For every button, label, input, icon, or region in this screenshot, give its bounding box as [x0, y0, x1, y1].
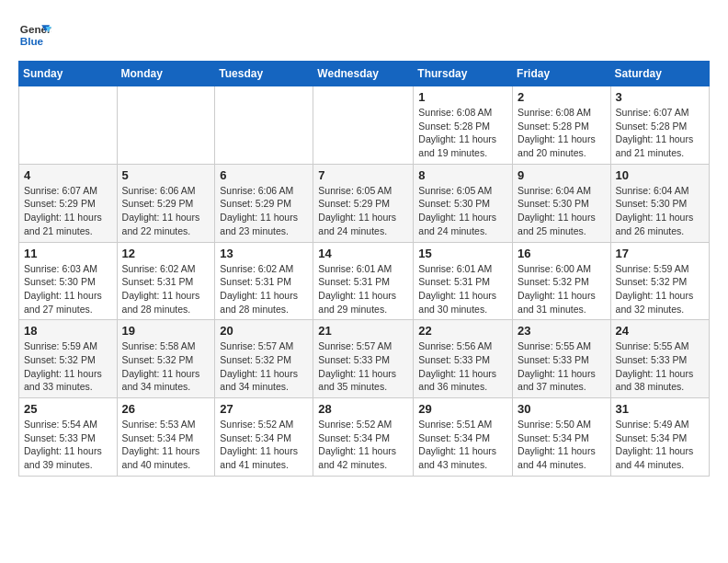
day-number: 17	[616, 247, 704, 260]
day-number: 31	[616, 402, 704, 416]
day-info: Sunrise: 6:01 AM Sunset: 5:31 PM Dayligh…	[318, 262, 408, 316]
day-info: Sunrise: 6:05 AM Sunset: 5:29 PM Dayligh…	[318, 184, 408, 238]
weekday-header-sunday: Sunday	[19, 62, 118, 86]
day-info: Sunrise: 6:06 AM Sunset: 5:29 PM Dayligh…	[122, 184, 210, 238]
calendar-cell: 9Sunrise: 6:04 AM Sunset: 5:30 PM Daylig…	[513, 164, 611, 242]
day-info: Sunrise: 5:56 AM Sunset: 5:33 PM Dayligh…	[418, 339, 507, 394]
day-number: 30	[518, 402, 606, 416]
day-number: 18	[24, 324, 112, 338]
calendar-cell: 14Sunrise: 6:01 AM Sunset: 5:31 PM Dayli…	[313, 242, 414, 320]
calendar-cell: 2Sunrise: 6:08 AM Sunset: 5:28 PM Daylig…	[513, 86, 611, 165]
svg-text:Blue: Blue	[20, 35, 44, 47]
day-number: 19	[122, 324, 210, 338]
day-number: 7	[318, 168, 408, 182]
day-info: Sunrise: 6:04 AM Sunset: 5:30 PM Dayligh…	[518, 184, 606, 238]
day-info: Sunrise: 5:59 AM Sunset: 5:32 PM Dayligh…	[616, 262, 704, 316]
day-number: 23	[518, 324, 606, 338]
day-info: Sunrise: 6:08 AM Sunset: 5:28 PM Dayligh…	[518, 106, 606, 160]
day-info: Sunrise: 5:59 AM Sunset: 5:32 PM Dayligh…	[24, 339, 112, 394]
day-info: Sunrise: 6:06 AM Sunset: 5:29 PM Dayligh…	[220, 184, 308, 238]
day-info: Sunrise: 5:49 AM Sunset: 5:34 PM Dayligh…	[616, 418, 704, 472]
day-info: Sunrise: 5:55 AM Sunset: 5:33 PM Dayligh…	[518, 339, 606, 394]
weekday-header-friday: Friday	[513, 62, 611, 86]
calendar-cell: 8Sunrise: 6:05 AM Sunset: 5:30 PM Daylig…	[414, 164, 513, 242]
calendar-week-4: 18Sunrise: 5:59 AM Sunset: 5:32 PM Dayli…	[19, 320, 710, 398]
day-info: Sunrise: 6:04 AM Sunset: 5:30 PM Dayligh…	[616, 184, 704, 238]
weekday-header-thursday: Thursday	[414, 62, 513, 86]
day-info: Sunrise: 6:07 AM Sunset: 5:29 PM Dayligh…	[24, 184, 112, 238]
day-number: 12	[122, 247, 210, 260]
calendar-cell: 12Sunrise: 6:02 AM Sunset: 5:31 PM Dayli…	[117, 242, 215, 320]
calendar-cell: 24Sunrise: 5:55 AM Sunset: 5:33 PM Dayli…	[610, 320, 709, 398]
day-info: Sunrise: 5:52 AM Sunset: 5:34 PM Dayligh…	[220, 418, 308, 472]
calendar-cell: 20Sunrise: 5:57 AM Sunset: 5:32 PM Dayli…	[215, 320, 313, 398]
calendar-cell: 19Sunrise: 5:58 AM Sunset: 5:32 PM Dayli…	[117, 320, 215, 398]
calendar-cell: 29Sunrise: 5:51 AM Sunset: 5:34 PM Dayli…	[414, 398, 513, 477]
day-number: 14	[318, 247, 408, 260]
day-info: Sunrise: 5:57 AM Sunset: 5:33 PM Dayligh…	[318, 339, 408, 394]
day-number: 15	[418, 247, 507, 260]
calendar-cell	[19, 86, 118, 165]
page-header: General Blue	[18, 18, 710, 52]
day-info: Sunrise: 5:52 AM Sunset: 5:34 PM Dayligh…	[318, 418, 408, 472]
calendar-cell: 30Sunrise: 5:50 AM Sunset: 5:34 PM Dayli…	[513, 398, 611, 477]
day-number: 27	[220, 402, 308, 416]
weekday-header-monday: Monday	[117, 62, 215, 86]
day-info: Sunrise: 6:00 AM Sunset: 5:32 PM Dayligh…	[518, 262, 606, 316]
day-number: 16	[518, 247, 606, 260]
day-info: Sunrise: 6:02 AM Sunset: 5:31 PM Dayligh…	[122, 262, 210, 316]
day-number: 8	[418, 168, 507, 182]
day-number: 26	[122, 402, 210, 416]
day-number: 3	[616, 90, 704, 104]
day-info: Sunrise: 5:55 AM Sunset: 5:33 PM Dayligh…	[616, 339, 704, 394]
calendar-cell: 28Sunrise: 5:52 AM Sunset: 5:34 PM Dayli…	[313, 398, 414, 477]
calendar-cell: 21Sunrise: 5:57 AM Sunset: 5:33 PM Dayli…	[313, 320, 414, 398]
calendar-cell: 3Sunrise: 6:07 AM Sunset: 5:28 PM Daylig…	[610, 86, 709, 165]
calendar-cell: 23Sunrise: 5:55 AM Sunset: 5:33 PM Dayli…	[513, 320, 611, 398]
day-info: Sunrise: 5:53 AM Sunset: 5:34 PM Dayligh…	[122, 418, 210, 472]
calendar-cell: 1Sunrise: 6:08 AM Sunset: 5:28 PM Daylig…	[414, 86, 513, 165]
calendar-week-1: 1Sunrise: 6:08 AM Sunset: 5:28 PM Daylig…	[19, 86, 710, 165]
calendar-cell: 25Sunrise: 5:54 AM Sunset: 5:33 PM Dayli…	[19, 398, 118, 477]
calendar-cell: 27Sunrise: 5:52 AM Sunset: 5:34 PM Dayli…	[215, 398, 313, 477]
day-info: Sunrise: 6:01 AM Sunset: 5:31 PM Dayligh…	[418, 262, 507, 316]
day-number: 10	[616, 168, 704, 182]
day-info: Sunrise: 6:07 AM Sunset: 5:28 PM Dayligh…	[616, 106, 704, 160]
logo: General Blue	[18, 18, 51, 52]
day-number: 5	[122, 168, 210, 182]
day-info: Sunrise: 6:03 AM Sunset: 5:30 PM Dayligh…	[24, 262, 112, 316]
day-info: Sunrise: 6:08 AM Sunset: 5:28 PM Dayligh…	[418, 106, 507, 160]
day-number: 28	[318, 402, 408, 416]
day-number: 24	[616, 324, 704, 338]
day-number: 11	[24, 247, 112, 260]
day-number: 9	[518, 168, 606, 182]
day-number: 6	[220, 168, 308, 182]
day-number: 20	[220, 324, 308, 338]
calendar-cell: 10Sunrise: 6:04 AM Sunset: 5:30 PM Dayli…	[610, 164, 709, 242]
day-number: 13	[220, 247, 308, 260]
calendar-cell: 17Sunrise: 5:59 AM Sunset: 5:32 PM Dayli…	[610, 242, 709, 320]
day-number: 4	[24, 168, 112, 182]
calendar-cell: 6Sunrise: 6:06 AM Sunset: 5:29 PM Daylig…	[215, 164, 313, 242]
calendar-week-5: 25Sunrise: 5:54 AM Sunset: 5:33 PM Dayli…	[19, 398, 710, 477]
calendar-cell: 11Sunrise: 6:03 AM Sunset: 5:30 PM Dayli…	[19, 242, 118, 320]
day-number: 22	[418, 324, 507, 338]
day-info: Sunrise: 5:50 AM Sunset: 5:34 PM Dayligh…	[518, 418, 606, 472]
day-info: Sunrise: 5:57 AM Sunset: 5:32 PM Dayligh…	[220, 339, 308, 394]
day-info: Sunrise: 5:51 AM Sunset: 5:34 PM Dayligh…	[418, 418, 507, 472]
day-number: 29	[418, 402, 507, 416]
day-number: 21	[318, 324, 408, 338]
calendar-header-row: SundayMondayTuesdayWednesdayThursdayFrid…	[19, 62, 710, 86]
calendar-cell: 4Sunrise: 6:07 AM Sunset: 5:29 PM Daylig…	[19, 164, 118, 242]
calendar-cell: 15Sunrise: 6:01 AM Sunset: 5:31 PM Dayli…	[414, 242, 513, 320]
weekday-header-tuesday: Tuesday	[215, 62, 313, 86]
day-info: Sunrise: 6:05 AM Sunset: 5:30 PM Dayligh…	[418, 184, 507, 238]
calendar-cell	[117, 86, 215, 165]
calendar-table: SundayMondayTuesdayWednesdayThursdayFrid…	[18, 61, 710, 477]
calendar-cell: 22Sunrise: 5:56 AM Sunset: 5:33 PM Dayli…	[414, 320, 513, 398]
calendar-cell: 26Sunrise: 5:53 AM Sunset: 5:34 PM Dayli…	[117, 398, 215, 477]
calendar-cell: 7Sunrise: 6:05 AM Sunset: 5:29 PM Daylig…	[313, 164, 414, 242]
day-number: 25	[24, 402, 112, 416]
calendar-cell: 13Sunrise: 6:02 AM Sunset: 5:31 PM Dayli…	[215, 242, 313, 320]
calendar-cell: 16Sunrise: 6:00 AM Sunset: 5:32 PM Dayli…	[513, 242, 611, 320]
